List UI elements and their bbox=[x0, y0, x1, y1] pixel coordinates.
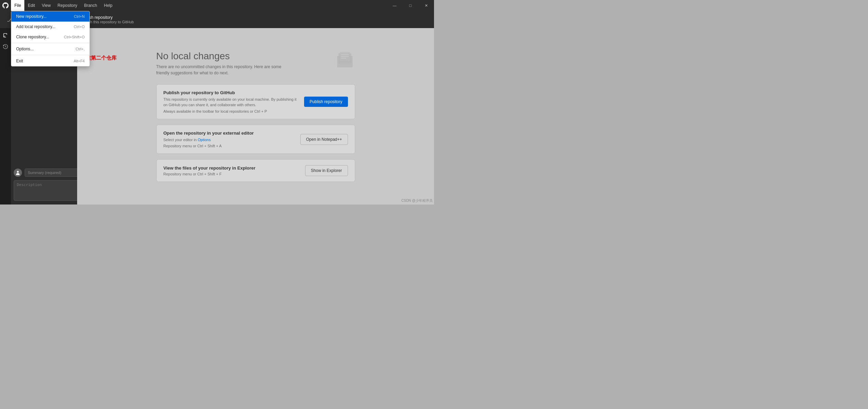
options-label: Options... bbox=[16, 47, 34, 51]
menu-view[interactable]: View bbox=[38, 0, 54, 11]
publish-repository-btn[interactable]: Publish repository bbox=[304, 97, 348, 107]
explorer-card-title: View the files of your repository in Exp… bbox=[164, 165, 300, 171]
options-item[interactable]: Options... Ctrl+, bbox=[11, 44, 89, 54]
new-repository-label: New repository... bbox=[16, 14, 47, 19]
dropdown-separator-1 bbox=[11, 43, 89, 43]
dropdown-separator-2 bbox=[11, 55, 89, 55]
content-area: No local changes There are no uncommitte… bbox=[156, 51, 355, 182]
explorer-card-note: Repository menu or Ctrl + Shift + F bbox=[164, 172, 300, 176]
maximize-button[interactable]: □ bbox=[402, 0, 418, 11]
no-changes-subtitle: There are no uncommitted changes in this… bbox=[156, 64, 293, 76]
clone-shortcut: Ctrl+Shift+O bbox=[64, 35, 85, 39]
editor-card-note: Repository menu or Ctrl + Shift + A bbox=[164, 144, 295, 148]
publish-card-title: Publish your repository to GitHub bbox=[164, 90, 299, 95]
close-button[interactable]: ✕ bbox=[418, 0, 434, 11]
menu-help[interactable]: Help bbox=[100, 0, 116, 11]
icon-sidebar bbox=[0, 28, 11, 204]
editor-card: Open the repository in your external edi… bbox=[156, 125, 355, 154]
publish-card-desc: This repository is currently only availa… bbox=[164, 97, 299, 108]
new-repository-shortcut: Ctrl+N bbox=[74, 14, 85, 18]
options-shortcut: Ctrl+, bbox=[75, 47, 85, 51]
commit-area bbox=[11, 164, 88, 204]
publish-card: Publish your repository to GitHub This r… bbox=[156, 84, 355, 119]
explorer-card: View the files of your repository in Exp… bbox=[156, 159, 355, 182]
clone-repository-item[interactable]: Clone repository... Ctrl+Shift+O bbox=[11, 32, 89, 42]
no-changes-title: No local changes bbox=[156, 51, 293, 62]
commit-summary-input[interactable] bbox=[25, 169, 85, 177]
history-icon[interactable] bbox=[1, 42, 10, 51]
commit-input-row bbox=[14, 167, 85, 178]
changes-icon[interactable] bbox=[1, 31, 10, 40]
repo-illustration bbox=[335, 51, 355, 71]
editor-card-text: Open the repository in your external edi… bbox=[164, 131, 295, 148]
menu-bar: File Edit View Repository Branch Help — … bbox=[0, 0, 434, 11]
no-changes-text: No local changes There are no uncommitte… bbox=[156, 51, 293, 76]
no-changes-header: No local changes There are no uncommitte… bbox=[156, 51, 355, 76]
menu-repository[interactable]: Repository bbox=[54, 0, 81, 11]
editor-card-title: Open the repository in your external edi… bbox=[164, 131, 295, 136]
menu-edit[interactable]: Edit bbox=[24, 0, 38, 11]
menu-branch[interactable]: Branch bbox=[81, 0, 100, 11]
options-link[interactable]: Options bbox=[198, 138, 211, 142]
app-logo bbox=[0, 0, 11, 11]
clone-label: Clone repository... bbox=[16, 35, 49, 39]
publish-card-note: Always available in the toolbar for loca… bbox=[164, 109, 299, 113]
add-local-shortcut: Ctrl+O bbox=[74, 25, 85, 29]
minimize-button[interactable]: — bbox=[387, 0, 402, 11]
exit-item[interactable]: Exit Alt+F4 bbox=[11, 56, 89, 66]
title-bar-controls: — □ ✕ bbox=[387, 0, 434, 11]
menu-file[interactable]: File bbox=[11, 0, 24, 11]
editor-desc-prefix: Select your editor in bbox=[164, 138, 198, 142]
exit-shortcut: Alt+F4 bbox=[74, 59, 85, 63]
show-in-explorer-btn[interactable]: Show in Explorer bbox=[305, 165, 348, 176]
new-repository-item[interactable]: New repository... Ctrl+N bbox=[11, 11, 89, 22]
publish-card-text: Publish your repository to GitHub This r… bbox=[164, 90, 299, 113]
exit-label: Exit bbox=[16, 59, 23, 63]
explorer-card-text: View the files of your repository in Exp… bbox=[164, 165, 300, 176]
editor-card-desc: Select your editor in Options bbox=[164, 137, 295, 143]
avatar bbox=[14, 169, 22, 177]
file-dropdown-menu: New repository... Ctrl+N Add local repos… bbox=[11, 11, 90, 66]
commit-description-input[interactable] bbox=[14, 180, 85, 201]
add-local-repository-item[interactable]: Add local repository... Ctrl+O bbox=[11, 22, 89, 32]
add-local-label: Add local repository... bbox=[16, 24, 56, 29]
watermark: CSDN @少年程序员 bbox=[401, 198, 433, 203]
main-content: No local changes There are no uncommitte… bbox=[77, 28, 434, 204]
open-editor-btn[interactable]: Open in Notepad++ bbox=[300, 134, 348, 145]
